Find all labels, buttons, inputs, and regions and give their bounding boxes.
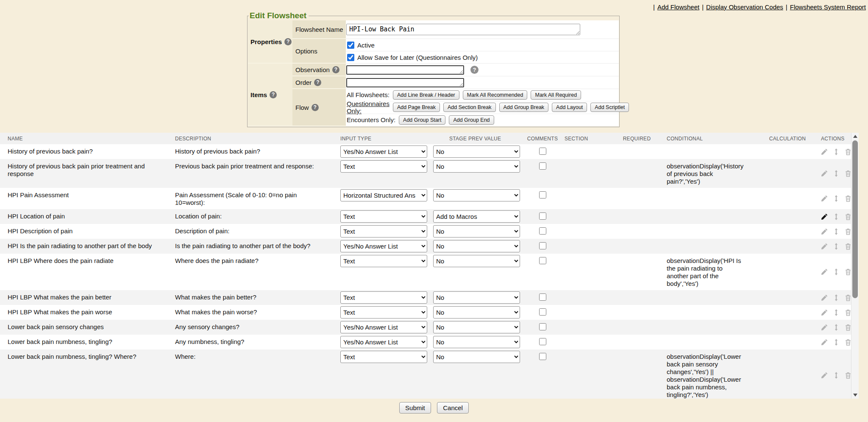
flow-action-button[interactable]: Mark All Recommended [463,90,528,100]
input-type-select[interactable]: Yes/No Answer List [340,321,427,333]
input-type-select[interactable]: Text [340,351,427,363]
delete-icon[interactable] [845,170,851,177]
flow-action-button[interactable]: Add Group Break [499,103,549,112]
input-type-select[interactable]: Yes/No Answer List [340,145,427,158]
help-icon[interactable]: ? [270,91,277,98]
delete-icon[interactable] [845,309,851,316]
flow-action-button[interactable]: Add Section Break [443,103,496,112]
edit-icon[interactable] [821,372,828,379]
delete-icon[interactable] [845,195,851,202]
input-type-select[interactable]: Yes/No Answer List [340,336,427,348]
delete-icon[interactable] [845,339,851,346]
delete-icon[interactable] [845,268,851,275]
flow-action-button[interactable]: Mark All Required [531,90,581,100]
comments-checkbox[interactable] [539,257,546,264]
allow-save-checkbox[interactable] [347,54,354,61]
help-icon[interactable]: ? [312,104,319,111]
move-icon[interactable] [833,268,840,275]
move-icon[interactable] [833,243,840,250]
help-icon[interactable]: ? [284,38,292,45]
move-icon[interactable] [833,195,840,202]
stage-prev-value-select[interactable]: No [433,225,520,238]
edit-icon[interactable] [821,148,828,155]
input-type-select[interactable]: Text [340,210,427,223]
move-icon[interactable] [833,309,840,316]
edit-icon[interactable] [821,268,828,275]
comments-checkbox[interactable] [539,191,546,198]
submit-button[interactable]: Submit [399,402,431,414]
comments-checkbox[interactable] [539,148,546,155]
flow-action-button[interactable]: Add Layout [552,103,587,112]
edit-icon[interactable] [821,309,828,316]
flow-action-button[interactable]: Add Page Break [393,103,440,112]
flowsheet-name-input[interactable]: HPI-Low Back Pain [346,24,580,35]
delete-icon[interactable] [845,228,851,235]
top-link[interactable]: Display Observation Codes [706,3,783,11]
comments-checkbox[interactable] [539,308,546,316]
input-type-select[interactable]: Text [340,255,427,267]
top-link[interactable]: Flowsheets System Report [790,3,866,11]
edit-icon[interactable] [821,339,828,346]
scrollbar-thumb[interactable] [852,140,858,298]
edit-icon[interactable] [821,213,828,220]
stage-prev-value-select[interactable]: Add to Macros [433,210,520,223]
input-type-select[interactable]: Horizontal Structured Ans [340,189,427,201]
help-icon[interactable]: ? [314,79,321,86]
help-icon[interactable]: ? [470,66,479,74]
input-type-select[interactable]: Yes/No Answer List [340,240,427,252]
delete-icon[interactable] [845,294,851,301]
input-type-select[interactable]: Text [340,225,427,238]
stage-prev-value-select[interactable]: No [433,189,520,201]
input-type-select[interactable]: Text [340,306,427,319]
stage-prev-value-select[interactable]: No [433,336,520,348]
move-icon[interactable] [833,170,840,177]
input-type-select[interactable]: Text [340,291,427,304]
scroll-down-button[interactable] [851,391,859,399]
observation-input[interactable] [346,65,464,75]
stage-prev-value-select[interactable]: No [433,240,520,252]
stage-prev-value-select[interactable]: No [433,351,520,363]
comments-checkbox[interactable] [539,293,546,301]
vertical-scrollbar[interactable] [851,133,859,399]
comments-checkbox[interactable] [539,242,546,249]
comments-checkbox[interactable] [539,227,546,235]
delete-icon[interactable] [845,243,851,250]
help-icon[interactable]: ? [332,66,339,73]
comments-checkbox[interactable] [539,338,546,345]
edit-icon[interactable] [821,228,828,235]
flow-action-button[interactable]: Add Line Break / Header [393,90,459,100]
stage-prev-value-select[interactable]: No [433,145,520,158]
stage-prev-value-select[interactable]: No [433,291,520,304]
move-icon[interactable] [833,339,840,346]
comments-checkbox[interactable] [539,162,546,170]
comments-checkbox[interactable] [539,212,546,220]
cancel-button[interactable]: Cancel [437,402,469,414]
scroll-up-button[interactable] [851,133,859,140]
delete-icon[interactable] [845,148,851,155]
edit-icon[interactable] [821,195,828,202]
comments-checkbox[interactable] [539,353,546,360]
flow-action-button[interactable]: Add Scriptlet [590,103,629,112]
edit-icon[interactable] [821,170,828,177]
move-icon[interactable] [833,148,840,155]
move-icon[interactable] [833,372,840,379]
flow-action-button[interactable]: Add Group Start [399,115,445,125]
edit-icon[interactable] [821,243,828,250]
move-icon[interactable] [833,228,840,235]
flow-action-button[interactable]: Add Group End [449,115,494,125]
move-icon[interactable] [833,324,840,331]
edit-icon[interactable] [821,294,828,301]
edit-icon[interactable] [821,324,828,331]
stage-prev-value-select[interactable]: No [433,255,520,267]
stage-prev-value-select[interactable]: No [433,306,520,319]
delete-icon[interactable] [845,213,851,220]
input-type-select[interactable]: Text [340,160,427,173]
order-input[interactable] [346,78,464,87]
active-checkbox[interactable] [347,42,354,49]
top-link[interactable]: Add Flowsheet [657,3,699,11]
stage-prev-value-select[interactable]: No [433,321,520,333]
comments-checkbox[interactable] [539,323,546,330]
move-icon[interactable] [833,213,840,220]
delete-icon[interactable] [845,372,851,379]
stage-prev-value-select[interactable]: No [433,160,520,173]
